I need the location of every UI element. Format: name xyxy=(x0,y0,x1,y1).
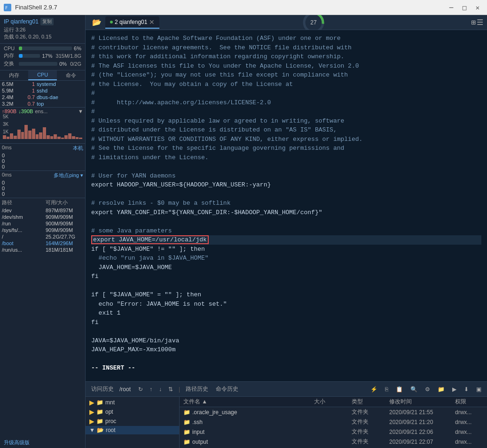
sync-icon[interactable]: ⇅ xyxy=(166,385,175,394)
search-icon[interactable]: 🔍 xyxy=(408,385,419,394)
mem-stat: 内存 17% 315M/1.8G xyxy=(4,52,81,59)
menu-icon[interactable]: ☰ xyxy=(477,18,483,27)
terminal-line: # resolve links - $0 may be a softlink xyxy=(91,199,481,208)
arrow-down-icon[interactable]: ⬇ xyxy=(462,385,471,394)
grid-icon[interactable]: ⊞ xyxy=(471,18,476,27)
tab-qianfeng01[interactable]: 2 qianfeng01 ✕ xyxy=(105,16,159,29)
disk-row[interactable]: /run900M/909M xyxy=(2,220,83,227)
tab-label: 2 qianfeng01 xyxy=(115,19,147,25)
tree-item-proc[interactable]: ▶ 📁 proc xyxy=(86,417,179,426)
chart-bar xyxy=(57,137,61,139)
refresh-icon[interactable]: ↻ xyxy=(136,385,145,394)
upgrade-button[interactable]: 升级高级版 xyxy=(4,439,81,446)
proc-row[interactable]: 5.9M 1 sshd xyxy=(0,87,85,94)
ping2-target[interactable]: 多地点ping ▾ xyxy=(54,172,83,179)
mem-label: 内存 xyxy=(4,52,17,59)
disk-size: 900M/909M xyxy=(46,221,83,226)
disk-row[interactable]: /run/us...181M/181M xyxy=(2,247,83,253)
terminal-line xyxy=(91,327,481,336)
cpu-bar-container xyxy=(19,46,72,50)
tab-cpu[interactable]: CPU xyxy=(28,70,56,80)
path-history-button[interactable]: 路径历史 xyxy=(184,384,210,394)
disk-row[interactable]: /25.2G/27.7G xyxy=(2,233,83,240)
ip-row: IP qianfeng01 复制 xyxy=(4,18,81,25)
uptime-label: 运行 3:26 xyxy=(4,26,81,33)
terminal[interactable]: # Licensed to the Apache Software Founda… xyxy=(86,30,487,381)
disk-row[interactable]: /dev897M/897M xyxy=(2,207,83,214)
minimize-button[interactable]: ─ xyxy=(446,3,457,12)
terminal-icon[interactable]: ▣ xyxy=(474,385,483,394)
maximize-button[interactable]: □ xyxy=(459,3,470,12)
history-button[interactable]: 访问历史 xyxy=(89,384,116,394)
copy-button[interactable]: 复制 xyxy=(40,18,54,25)
chart-bar xyxy=(72,136,75,139)
col-filename: 文件名 ▲ xyxy=(183,398,314,406)
clipboard-icon[interactable]: 📋 xyxy=(394,385,405,394)
proc-row[interactable]: 6.5M 1 systemd xyxy=(0,81,85,87)
file-type: 文件夹 xyxy=(352,438,389,446)
proc-row[interactable]: 2.4M 0.7 dbus-dae xyxy=(0,94,85,100)
ip-label: IP qianfeng01 xyxy=(4,18,39,25)
tab-cmd[interactable]: 命令 xyxy=(57,70,85,80)
disk-path: /boot xyxy=(2,240,46,246)
play-icon[interactable]: ▶ xyxy=(450,385,458,394)
ping-header: 0ms 本机 xyxy=(2,145,83,152)
proc-cpu: 0.7 xyxy=(21,94,35,100)
file-row[interactable]: 📁 .oracle_jre_usage 文件夹 2020/09/21 21:55… xyxy=(180,407,487,417)
cmd-history-button[interactable]: 命令历史 xyxy=(214,384,240,394)
tree-item-mnt[interactable]: ▶ 📁 mnt xyxy=(86,398,179,407)
terminal-line: # http://www.apache.org/licenses/LICENSE… xyxy=(91,98,481,108)
proc-name: sshd xyxy=(35,88,83,93)
net-expand-icon[interactable]: ▼ xyxy=(78,108,83,114)
lightning-icon[interactable]: ⚡ xyxy=(369,385,379,394)
chart-bar xyxy=(47,135,50,139)
file-perm: drwx... xyxy=(455,419,483,425)
close-button[interactable]: ✕ xyxy=(472,3,483,12)
copy-icon[interactable]: ⎘ xyxy=(383,385,390,394)
cpu-label: CPU xyxy=(4,46,17,51)
swap-label: 交换 xyxy=(4,60,17,67)
file-row[interactable]: 📁 output 文件夹 2020/09/21 22:07 drwx... xyxy=(180,437,487,447)
proc-cpu: 1 xyxy=(21,88,35,93)
terminal-line: fi xyxy=(91,318,481,327)
ping-local-label: 本机 xyxy=(73,145,83,152)
tree-item-root[interactable]: ▼ 📂 root xyxy=(86,426,179,434)
swap-text: 0/2G xyxy=(69,61,81,67)
file-tree: ▶ 📁 mnt ▶ 📁 opt ▶ 📁 proc ▼ 📂 roo xyxy=(86,397,180,448)
disk-row[interactable]: /sys/fs/...909M/909M xyxy=(2,227,83,233)
terminal-line: # Unless required by applicable law or a… xyxy=(91,116,481,126)
file-row[interactable]: 📁 .ssh 文件夹 2020/09/21 21:20 drwx... xyxy=(180,417,487,427)
highlighted-line: export JAVA_HOME=/usr/local/jdk xyxy=(91,235,481,245)
tab-mem[interactable]: 内存 xyxy=(0,70,28,80)
upload-icon[interactable]: ↑ xyxy=(148,385,154,394)
folder-open-icon[interactable]: 📁 xyxy=(436,385,447,394)
disk-row[interactable]: /dev/shm909M/909M xyxy=(2,214,83,220)
main-layout: IP qianfeng01 复制 运行 3:26 负载 0.26, 0.20, … xyxy=(0,15,487,448)
proc-mem: 3.2M xyxy=(2,101,21,107)
cpu-stat: CPU 6% xyxy=(4,46,81,51)
file-row[interactable]: 📁 input 文件夹 2020/09/21 22:06 drwx... xyxy=(180,427,487,437)
terminal-line xyxy=(91,217,481,226)
disk-avail-header: 可用/大小 xyxy=(46,199,83,206)
tab-close-icon[interactable]: ✕ xyxy=(149,18,155,26)
sidebar: IP qianfeng01 复制 运行 3:26 负载 0.26, 0.20, … xyxy=(0,15,86,448)
disk-section: 路径 可用/大小 /dev897M/897M /dev/shm909M/909M… xyxy=(0,198,85,437)
system-stats: CPU 6% 内存 17% 315M/1.8G 交换 0% xyxy=(0,44,85,70)
disk-row[interactable]: /boot164M/296M xyxy=(2,240,83,247)
tree-item-label: root xyxy=(106,427,116,433)
titlebar: F FinalShell 2.9.7 ─ □ ✕ xyxy=(0,0,487,15)
tree-item-opt[interactable]: ▶ 📁 opt xyxy=(86,407,179,417)
chart-bar xyxy=(61,138,64,139)
folder-icon[interactable]: 📂 xyxy=(89,17,104,28)
folder-icon: ▶ xyxy=(89,399,94,406)
chart-bar xyxy=(43,127,46,139)
download-icon[interactable]: ↓ xyxy=(157,385,164,394)
load-label: 负载 0.26, 0.20, 0.15 xyxy=(4,33,81,40)
settings-icon[interactable]: ⚙ xyxy=(423,385,432,394)
file-name: input xyxy=(192,429,204,435)
disk-size: 181M/181M xyxy=(46,247,83,253)
proc-mem: 5.9M xyxy=(2,88,21,93)
net-interface: ens... xyxy=(35,108,76,114)
expand-icon: ▼ xyxy=(89,427,95,433)
proc-row[interactable]: 3.2M 0.7 top xyxy=(0,100,85,107)
